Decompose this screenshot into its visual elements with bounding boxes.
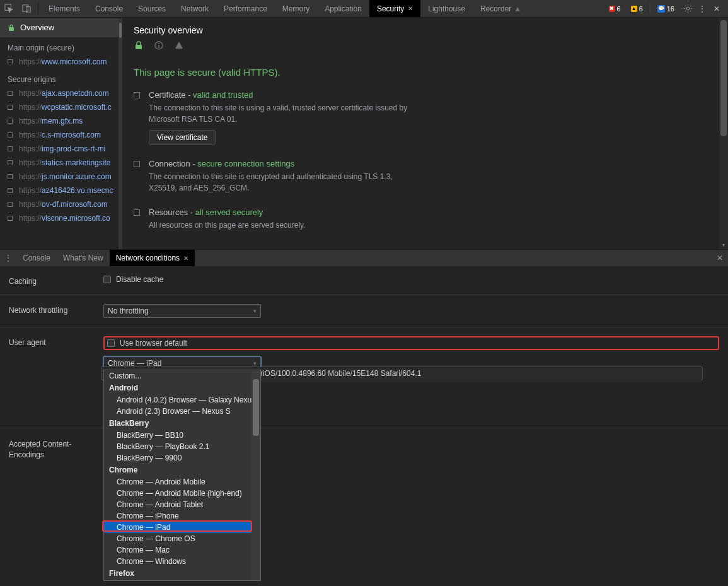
origin-item[interactable]: https://ov-df.microsoft.com <box>0 197 118 211</box>
dropdown-option[interactable]: Android (4.0.2) Browser — Galaxy Nexus <box>104 394 260 406</box>
dropdown-group: Chrome <box>104 464 260 476</box>
drawer: ⋮ ConsoleWhat's NewNetwork conditions✕ ✕… <box>0 249 728 586</box>
origin-item[interactable]: https://img-prod-cms-rt-mi <box>0 142 118 156</box>
devtools-toolbar: ElementsConsoleSourcesNetworkPerformance… <box>0 0 728 18</box>
dropdown-group: Firefox <box>104 567 260 580</box>
drawer-tabs: ⋮ ConsoleWhat's NewNetwork conditions✕ ✕ <box>0 250 728 266</box>
origin-item[interactable]: https://az416426.vo.msecnc <box>0 184 118 197</box>
origin-item[interactable]: https://mem.gfx.ms <box>0 114 118 128</box>
drawer-menu-icon[interactable]: ⋮ <box>0 250 16 266</box>
main-origin-heading: Main origin (secure) <box>0 37 118 55</box>
annotation-use-browser-default: Use browser default <box>103 336 719 350</box>
settings-icon[interactable] <box>681 4 694 13</box>
caching-label: Caching <box>9 275 103 286</box>
page-secure-headline: This page is secure (valid HTTPS). <box>134 67 717 78</box>
certificate-section: Certificate - valid and trusted The conn… <box>134 90 717 145</box>
user-agent-row: User agent Use browser default Chrome — … <box>0 327 728 428</box>
svg-rect-5 <box>136 45 142 49</box>
inspect-icon[interactable] <box>0 0 18 17</box>
info-count-badge[interactable]: 💬16 <box>654 4 678 13</box>
tab-memory[interactable]: Memory <box>275 0 317 17</box>
secure-origins-heading: Secure origins <box>0 69 118 86</box>
dropdown-option[interactable]: Chrome — Android Tablet <box>104 499 260 510</box>
dropdown-option[interactable]: Chrome — iPhone <box>104 510 260 522</box>
scrollbar[interactable]: ▾ <box>719 18 728 249</box>
user-agent-dropdown-list[interactable]: Custom...AndroidAndroid (4.0.2) Browser … <box>103 370 261 581</box>
panel-tabs: ElementsConsoleSourcesNetworkPerformance… <box>41 0 601 17</box>
info-icon <box>154 40 164 50</box>
svg-point-7 <box>158 43 159 44</box>
warning-icon <box>174 40 184 50</box>
warning-count-badge[interactable]: ▲6 <box>628 4 646 13</box>
tab-network[interactable]: Network <box>173 0 216 17</box>
dropdown-group: Android <box>104 382 260 394</box>
svg-point-3 <box>686 7 690 10</box>
dropdown-option[interactable]: BlackBerry — 9900 <box>104 452 260 464</box>
drawer-tab-console[interactable]: Console <box>16 250 57 266</box>
lock-icon <box>134 40 144 50</box>
caching-row: Caching Disable cache <box>0 266 728 295</box>
drawer-tab-network-conditions[interactable]: Network conditions✕ <box>110 250 195 266</box>
dropdown-option[interactable]: Chrome — Chrome OS <box>104 533 260 544</box>
tab-lighthouse[interactable]: Lighthouse <box>420 0 473 17</box>
dropdown-option[interactable]: Chrome — Android Mobile (high-end) <box>104 488 260 499</box>
tab-recorder[interactable]: Recorder▲ <box>473 0 529 17</box>
dropdown-group: Custom... <box>104 370 260 382</box>
tab-security[interactable]: Security✕ <box>369 0 420 17</box>
encodings-label: Accepted Content-Encodings <box>9 437 103 460</box>
tab-sources[interactable]: Sources <box>130 0 173 17</box>
dropdown-group: BlackBerry <box>104 417 260 430</box>
drawer-close-icon[interactable]: ✕ <box>712 250 728 266</box>
resources-section: Resources - all served securely All reso… <box>134 208 717 231</box>
connection-section: Connection - secure connection settings … <box>134 159 717 194</box>
dropdown-option[interactable]: Chrome — Android Mobile <box>104 476 260 488</box>
drawer-tab-what-s-new[interactable]: What's New <box>57 250 110 266</box>
tab-elements[interactable]: Elements <box>41 0 88 17</box>
origin-item[interactable]: https://wcpstatic.microsoft.c <box>0 100 118 114</box>
dropdown-option[interactable]: Chrome — Mac <box>104 544 260 556</box>
lock-icon <box>8 24 15 32</box>
dropdown-scrollbar[interactable] <box>251 370 260 580</box>
tab-performance[interactable]: Performance <box>216 0 275 17</box>
dropdown-option[interactable]: Firefox — Android Mobile <box>104 580 260 581</box>
dropdown-option[interactable]: Chrome — Windows <box>104 556 260 567</box>
main-origin-item[interactable]: https://www.microsoft.com <box>0 55 118 69</box>
dropdown-option[interactable]: BlackBerry — BB10 <box>104 430 260 441</box>
throttling-row: Network throttling No throttling▾ <box>0 295 728 327</box>
dropdown-option[interactable]: Chrome — iPad <box>104 522 260 533</box>
origin-item[interactable]: https://ajax.aspnetcdn.com <box>0 86 118 100</box>
tab-console[interactable]: Console <box>88 0 130 17</box>
origin-item[interactable]: https://vlscnne.microsoft.co <box>0 211 118 225</box>
overview-header[interactable]: Overview <box>0 18 118 37</box>
svg-rect-1 <box>22 5 27 11</box>
disable-cache-checkbox[interactable]: Disable cache <box>103 275 719 284</box>
dropdown-option[interactable]: Android (2.3) Browser — Nexus S <box>104 406 260 417</box>
security-overview-title: Security overview <box>122 18 728 39</box>
user-agent-label: User agent <box>9 336 103 347</box>
view-certificate-button[interactable]: View certificate <box>149 130 216 145</box>
security-sidebar: Overview Main origin (secure) https://ww… <box>0 18 118 249</box>
device-toggle-icon[interactable] <box>18 0 35 17</box>
svg-rect-8 <box>158 45 159 48</box>
kebab-icon[interactable]: ⋮ <box>698 4 707 13</box>
throttling-label: Network throttling <box>9 304 103 315</box>
origin-item[interactable]: https://c.s-microsoft.com <box>0 128 118 142</box>
svg-rect-4 <box>9 27 14 31</box>
origin-item[interactable]: https://statics-marketingsite <box>0 156 118 170</box>
tab-close-icon[interactable]: ✕ <box>183 255 188 262</box>
error-count-badge[interactable]: ✖6 <box>606 4 624 13</box>
origin-item[interactable]: https://js.monitor.azure.com <box>0 170 118 184</box>
tab-application[interactable]: Application <box>317 0 369 17</box>
security-overview-pane: Security overview This page is secure (v… <box>122 18 728 249</box>
use-browser-default-checkbox[interactable]: Use browser default <box>107 339 187 348</box>
close-icon[interactable]: ✕ <box>710 4 723 13</box>
tab-close-icon[interactable]: ✕ <box>408 5 413 12</box>
throttling-select[interactable]: No throttling▾ <box>103 304 261 318</box>
dropdown-option[interactable]: BlackBerry — PlayBook 2.1 <box>104 441 260 452</box>
